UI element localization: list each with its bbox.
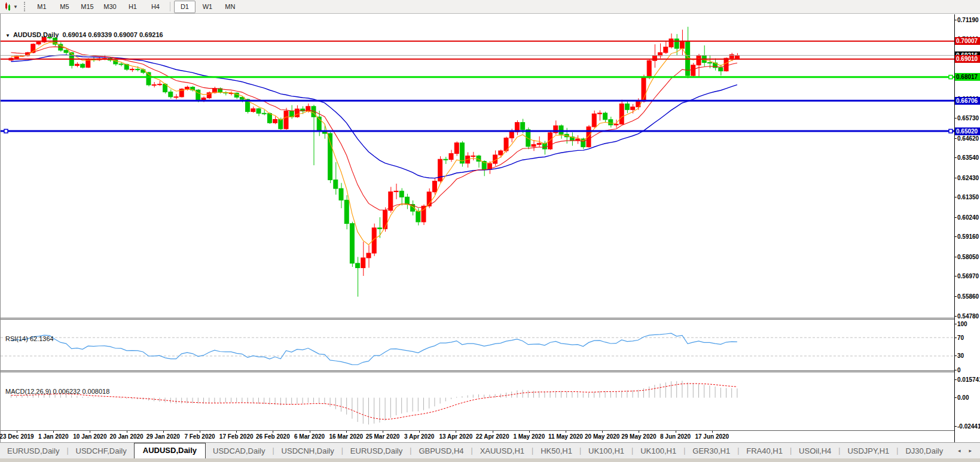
date-label: 13 Apr 2020 [439,433,473,440]
chart-tab-usdchf-daily[interactable]: USDCHF,Daily [69,444,134,458]
chart-tab-dj30-daily[interactable]: DJ30,Daily [898,444,950,458]
date-label: 29 May 2020 [621,433,656,440]
chart-tool-button[interactable]: ▼ [0,0,22,13]
candle [196,90,200,99]
timeframe-button-w1[interactable]: W1 [197,1,218,13]
date-tick-mark [127,431,127,433]
macd-tick-label: 0.015741 [957,376,980,383]
rsi-tick-label: 0 [957,367,980,373]
date-tick-mark [310,431,310,433]
timeframe-button-m1[interactable]: M1 [31,1,53,13]
candle [152,85,156,86]
chart-frame: ▼AUDUSD,Daily 0.69014 0.69339 0.69007 0.… [0,14,980,442]
candle [295,109,299,117]
date-tick-mark [456,431,456,433]
candle [377,228,381,229]
price-tick-mark [954,217,957,218]
date-label: 11 May 2020 [548,433,583,440]
candle [339,189,343,200]
candle [361,258,365,268]
main-chart-pane[interactable] [1,14,955,318]
candle [350,224,354,263]
candle [609,120,613,125]
candle [119,64,123,65]
date-tick-mark [53,431,54,433]
tabs-scroll-right-icon[interactable]: ▸ [969,448,972,454]
date-label: 25 Mar 2020 [366,433,400,440]
price-tick-mark [954,257,957,257]
price-tick-mark [954,296,957,297]
price-tick-label: 0.62430 [957,175,980,181]
candle [719,68,723,71]
chart-tab-uk100-h1[interactable]: UK100,H1 [633,444,683,458]
price-tick-label: 0.58050 [957,254,980,260]
timeframe-button-mn[interactable]: MN [219,1,241,13]
candle [438,159,442,181]
chart-tab-hk50-h1[interactable]: HK50,H1 [533,444,579,458]
candle [75,64,79,65]
chart-tab-usdcad-daily[interactable]: USDCAD,Daily [206,444,272,458]
date-tick-mark [529,431,530,433]
date-tick-mark [163,431,164,433]
chart-tab-gbpusd-h4[interactable]: GBPUSD,H4 [411,444,471,458]
candle [707,62,712,63]
candle [383,211,387,229]
date-tick-mark [639,431,639,433]
candle [669,39,673,47]
chart-tab-usdjpy-h1[interactable]: USDJPY,H1 [840,444,896,458]
chart-ohlc-values: 0.69014 0.69339 0.69007 0.69216 [62,31,163,38]
chart-tab-ger30-h1[interactable]: GER30,H1 [685,444,737,458]
macd-pane[interactable] [1,372,955,430]
chart-tab-eurusd-daily[interactable]: EURUSD,Daily [0,444,66,458]
price-tick-mark [954,316,957,317]
candle [399,191,404,197]
date-tick-mark [17,431,17,433]
timeframe-button-m15[interactable]: M15 [77,1,98,13]
candle [537,143,541,144]
price-tick-mark [954,197,957,197]
price-tick-mark [954,178,957,178]
chart-tab-fra40-h1[interactable]: FRA40,H1 [739,444,790,458]
date-label: 1 May 2020 [513,433,545,440]
chart-tab-xauusd-h1[interactable]: XAUUSD,H1 [473,444,532,458]
chart-tab-bar: EURUSD,Daily|USDCHF,DailyAUDUSD,DailyUSD… [0,442,980,458]
tabs-scroll-left-icon[interactable]: ◂ [958,448,961,454]
candle [416,211,420,222]
chart-tab-uk100-h1[interactable]: UK100,H1 [581,444,631,458]
timeframe-button-m5[interactable]: M5 [54,1,75,13]
price-tick-mark [954,236,957,237]
chart-tab-eurusd-daily[interactable]: EURUSD,Daily [343,444,410,458]
chart-tab-usdcnh-daily[interactable]: USDCNH,Daily [274,444,341,458]
time-axis[interactable]: 23 Dec 20191 Jan 202010 Jan 202020 Jan 2… [1,430,955,443]
candle [202,98,206,100]
candle [174,97,178,98]
rsi-pane[interactable] [1,320,955,370]
price-tick-label: 0.64620 [957,135,980,142]
chart-tab-usoil-h4[interactable]: USOil,H4 [792,444,838,458]
timeframe-button-h1[interactable]: H1 [122,1,144,13]
timeframe-button-m30[interactable]: M30 [99,1,121,13]
candle [284,111,288,129]
date-tick-mark [419,431,420,433]
date-label: 1 Jan 2020 [38,433,69,440]
candle [625,104,629,110]
price-tick-label: 0.63540 [957,154,980,161]
chart-tab-audusd-daily[interactable]: AUDUSD,Daily [134,443,206,458]
date-label: 17 Feb 2020 [219,433,254,440]
candle [185,87,189,89]
timeframe-button-h4[interactable]: H4 [145,1,166,13]
candle [526,130,530,147]
rsi-tick-label: 70 [957,335,980,341]
date-tick-mark [346,431,347,433]
date-tick-mark [236,431,237,433]
toolbar-grip-handle[interactable] [24,2,28,11]
timeframe-button-d1[interactable]: D1 [174,1,196,13]
candle [251,109,255,112]
candle [631,107,635,110]
price-level-badge: 0.66706 [955,97,980,105]
date-label: 3 Apr 2020 [404,433,434,440]
candle [64,50,68,53]
chart-header: ▼AUDUSD,Daily 0.69014 0.69339 0.69007 0.… [5,31,163,38]
fast-ma-line [11,42,737,245]
mt4-window: ▼ M1M5M15M30H1H4D1W1MN ▼AUDUSD,Daily 0.6… [0,0,980,462]
